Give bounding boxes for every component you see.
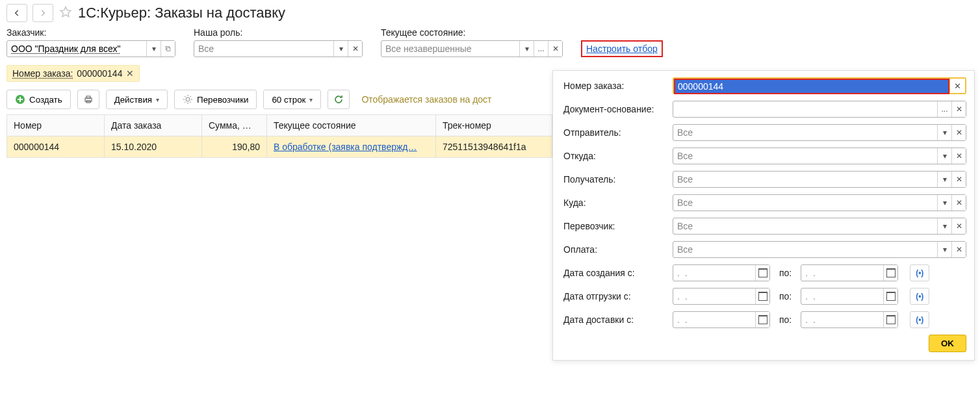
nav-back-button[interactable]: [6, 4, 27, 22]
customer-dropdown-button[interactable]: ▾: [146, 41, 161, 57]
state-dropdown-button[interactable]: ▾: [519, 41, 534, 57]
basis-clear-button[interactable]: ✕: [951, 101, 966, 117]
arrow-right-icon: [38, 8, 47, 18]
arrow-left-icon: [12, 8, 21, 18]
col-state[interactable]: Текущее состояние: [267, 115, 436, 136]
state-clear-button[interactable]: ✕: [548, 41, 562, 57]
plus-circle-icon: [15, 94, 25, 105]
svg-point-6: [186, 97, 190, 101]
configure-filter-link[interactable]: Настроить отбор: [586, 44, 658, 54]
gear-icon: [183, 94, 193, 105]
basis-label: Документ-основание:: [563, 104, 667, 114]
state-input[interactable]: [381, 41, 519, 57]
svg-rect-4: [86, 96, 90, 98]
order-number-input[interactable]: [675, 80, 948, 93]
col-date[interactable]: Дата заказа: [105, 115, 202, 136]
carriers-button[interactable]: Перевозчики: [174, 90, 257, 109]
filter-panel: ✕ Номер заказа: ✕ Документ-основание: ..…: [552, 70, 975, 158]
sender-clear-button[interactable]: ✕: [951, 125, 966, 140]
cell-date: 15.10.2020: [105, 136, 202, 158]
actions-button[interactable]: Действия ▾: [106, 90, 168, 109]
state-link[interactable]: В обработке (заявка подтвержд…: [274, 142, 417, 152]
printer-icon: [83, 94, 94, 105]
open-icon: [165, 45, 171, 53]
refresh-button[interactable]: [328, 90, 350, 109]
print-button[interactable]: [77, 90, 99, 109]
status-text: Отображается заказов на дост: [361, 94, 491, 105]
basis-input[interactable]: [673, 101, 937, 117]
role-clear-button[interactable]: ✕: [348, 41, 362, 57]
cell-state: В обработке (заявка подтвержд…: [267, 136, 436, 158]
from-clear-button[interactable]: ✕: [951, 148, 966, 158]
from-input[interactable]: [673, 148, 937, 158]
col-number[interactable]: Номер: [7, 115, 105, 136]
state-label: Текущее состояние:: [381, 27, 563, 38]
order-number-label: Номер заказа:: [563, 81, 667, 91]
col-track[interactable]: Трек-номер: [436, 115, 552, 136]
filter-chip-value: 000000144: [77, 68, 122, 79]
from-dropdown-button[interactable]: ▾: [937, 148, 951, 158]
role-label: Наша роль:: [194, 27, 363, 38]
nav-forward-button[interactable]: [32, 4, 53, 22]
filter-chip-label: Номер заказа:: [12, 68, 73, 79]
svg-rect-1: [167, 47, 170, 51]
create-button[interactable]: Создать: [6, 90, 71, 109]
page-title: 1С:Курьер: Заказы на доставку: [78, 5, 285, 21]
order-number-clear[interactable]: ✕: [949, 79, 965, 93]
sender-label: Отправитель:: [563, 127, 667, 138]
chevron-down-icon: ▾: [309, 96, 313, 103]
table-row[interactable]: 000000144 15.10.2020 190,80 В обработке …: [7, 136, 552, 158]
basis-more-button[interactable]: ...: [937, 101, 951, 117]
cell-track: 72511513948641f1a: [436, 136, 552, 158]
filter-chip: Номер заказа: 000000144 ✕: [6, 65, 140, 82]
customer-input[interactable]: [7, 41, 146, 57]
customer-label: Заказчик:: [6, 27, 175, 38]
role-input[interactable]: [194, 41, 333, 57]
state-more-button[interactable]: ...: [534, 41, 548, 57]
cell-sum: 190,80: [202, 136, 267, 158]
sender-dropdown-button[interactable]: ▾: [937, 125, 951, 140]
rows-count-button[interactable]: 60 строк ▾: [263, 90, 321, 109]
customer-open-button[interactable]: [161, 41, 175, 57]
filter-chip-remove[interactable]: ✕: [126, 68, 134, 79]
orders-table: Номер Дата заказа Сумма, … Текущее состо…: [6, 114, 552, 158]
refresh-icon: [333, 94, 344, 105]
col-sum[interactable]: Сумма, …: [202, 115, 267, 136]
favorite-star-icon[interactable]: [58, 5, 73, 21]
chevron-down-icon: ▾: [156, 96, 159, 103]
cell-number: 000000144: [7, 136, 105, 158]
from-label: Откуда:: [563, 151, 667, 158]
role-dropdown-button[interactable]: ▾: [333, 41, 348, 57]
sender-input[interactable]: [673, 125, 937, 140]
